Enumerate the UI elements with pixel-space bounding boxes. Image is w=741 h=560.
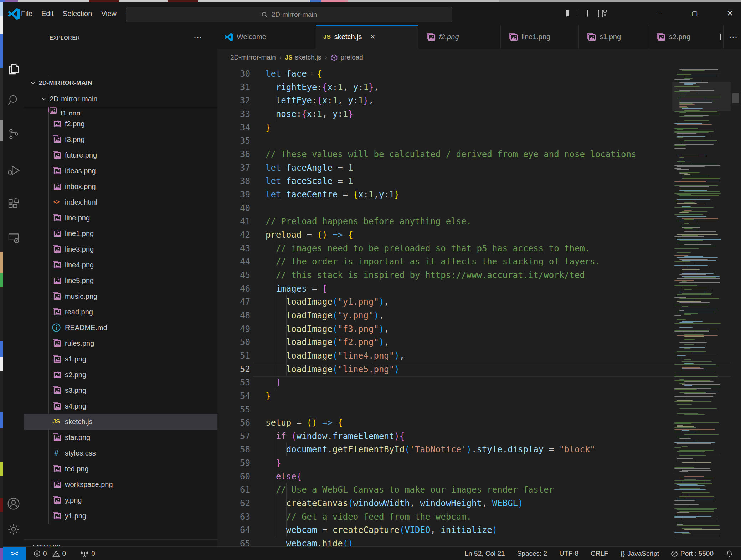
maximize-button[interactable]: ▢	[684, 2, 706, 25]
command-center-search[interactable]: 2D-mirror-main	[126, 7, 452, 22]
editor-more-actions-icon[interactable]: ⋯	[729, 32, 738, 42]
activitybar-live-preview[interactable]	[3, 225, 24, 250]
code-line-54[interactable]: 54}	[217, 389, 741, 403]
toggle-sidebar-icon[interactable]	[566, 10, 567, 17]
problems-status[interactable]: 0 0	[34, 550, 66, 558]
encoding-status[interactable]: UTF-8	[559, 550, 578, 558]
code-line-36[interactable]: 36// These values will be calculated / d…	[217, 148, 741, 161]
tab-f2-png[interactable]: f2.png	[418, 25, 501, 49]
file-item-line5.png[interactable]: line5.png	[24, 273, 217, 288]
minimize-button[interactable]: –	[648, 2, 670, 25]
code-line-45[interactable]: 45 // this stack is inspired by https://…	[217, 268, 741, 282]
indentation-status[interactable]: Spaces: 2	[517, 550, 547, 558]
file-item-line1.png[interactable]: line1.png	[24, 226, 217, 241]
code-line-40[interactable]: 40	[217, 201, 741, 215]
file-item-s3.png[interactable]: s3.png	[24, 382, 217, 398]
vertical-scrollbar[interactable]	[732, 93, 739, 103]
file-item-star.png[interactable]: star.png	[24, 430, 217, 445]
tab-s2-png[interactable]: s2.png	[648, 25, 724, 49]
file-item-s2.png[interactable]: s2.png	[24, 367, 217, 382]
language-status[interactable]: {} JavaScript	[621, 550, 659, 558]
tab-Welcome[interactable]: Welcome	[217, 25, 316, 49]
code-line-44[interactable]: 44 // the order is important as it affec…	[217, 255, 741, 268]
file-item-index.html[interactable]: <>index.html	[24, 194, 217, 210]
file-item-ted.png[interactable]: ted.png	[24, 461, 217, 477]
file-item-y.png[interactable]: y.png	[24, 492, 217, 508]
activitybar-settings[interactable]	[3, 517, 24, 542]
breadcrumb-item-sketch-js[interactable]: JSsketch.js	[285, 53, 321, 61]
code-line-58[interactable]: 58 document.getElementById('TabNotice').…	[217, 443, 741, 456]
breadcrumb-item-2D-mirror-main[interactable]: 2D-mirror-main	[230, 53, 276, 61]
code-line-60[interactable]: 60 else{	[217, 470, 741, 483]
close-button[interactable]: ✕	[719, 2, 741, 25]
split-editor-icon[interactable]	[720, 34, 721, 40]
file-item-inbox.png[interactable]: inbox.png	[24, 179, 217, 194]
breadcrumb-item-preload[interactable]: preload	[330, 53, 363, 61]
code-line-64[interactable]: 64 webcam = createCapture(VIDEO, initial…	[217, 523, 741, 537]
code-line-31[interactable]: 31 rightEye:{x:1, y:1},	[217, 81, 741, 94]
activitybar-extensions[interactable]	[3, 192, 24, 217]
code-line-52[interactable]: 52 loadImage("line5.png")	[217, 363, 741, 376]
file-item-rules.png[interactable]: rules.png	[24, 335, 217, 351]
minimap[interactable]	[672, 66, 731, 546]
code-line-51[interactable]: 51 loadImage("line4.png"),	[217, 349, 741, 363]
code-editor[interactable]: 30let face= {31 rightEye:{x:1, y:1},32 l…	[217, 66, 741, 546]
code-line-41[interactable]: 41// Preload happens before anything els…	[217, 215, 741, 228]
file-item-read.png[interactable]: read.png	[24, 304, 217, 320]
file-item-s4.png[interactable]: s4.png	[24, 398, 217, 414]
line-col-status[interactable]: Ln 52, Col 21	[465, 550, 505, 558]
menu-edit[interactable]: Edit	[37, 2, 58, 25]
ports-status[interactable]: 0	[80, 550, 95, 558]
file-item-line.png[interactable]: line.png	[24, 210, 217, 226]
code-line-47[interactable]: 47 loadImage("y1.png"),	[217, 295, 741, 309]
file-item-f2.png[interactable]: f2.png	[24, 116, 217, 132]
code-line-49[interactable]: 49 loadImage("f3.png"),	[217, 322, 741, 336]
close-tab-icon[interactable]: ✕	[370, 33, 376, 41]
code-line-38[interactable]: 38let faceScale = 1	[217, 174, 741, 188]
file-item-f3.png[interactable]: f3.png	[24, 132, 217, 147]
file-item-line4.png[interactable]: line4.png	[24, 257, 217, 273]
code-line-33[interactable]: 33 nose:{x:1, y:1}	[217, 107, 741, 121]
code-line-56[interactable]: 56setup = () => {	[217, 416, 741, 430]
toggle-secondary-sidebar-icon[interactable]	[587, 10, 588, 17]
activitybar-accounts[interactable]	[3, 491, 24, 516]
activitybar-run-and-debug[interactable]	[3, 158, 24, 183]
toggle-panel-icon[interactable]	[577, 10, 577, 17]
file-item-line3.png[interactable]: line3.png	[24, 241, 217, 257]
activitybar-source-control[interactable]	[3, 122, 24, 147]
file-item-future.png[interactable]: future.png	[24, 147, 217, 163]
file-item-s1.png[interactable]: s1.png	[24, 351, 217, 367]
menu-view[interactable]: View	[97, 2, 121, 25]
code-line-37[interactable]: 37let faceAngle = 1	[217, 161, 741, 175]
notifications-bell-icon[interactable]	[726, 550, 733, 558]
code-line-43[interactable]: 43 // images need to be preloaded so tha…	[217, 242, 741, 255]
code-line-35[interactable]: 35	[217, 134, 741, 148]
code-line-53[interactable]: 53 ]	[217, 376, 741, 389]
code-line-42[interactable]: 42preload = () => {	[217, 228, 741, 242]
port-status[interactable]: Port : 5500	[671, 550, 714, 558]
code-line-34[interactable]: 34}	[217, 121, 741, 134]
tab-s1-png[interactable]: s1.png	[579, 25, 648, 49]
file-item-y1.png[interactable]: y1.png	[24, 508, 217, 524]
activitybar-search[interactable]	[3, 88, 24, 113]
tab-sketch-js[interactable]: JSsketch.js✕	[316, 25, 418, 49]
file-item-ideas.png[interactable]: ideas.png	[24, 163, 217, 179]
code-line-55[interactable]: 55	[217, 403, 741, 416]
code-line-39[interactable]: 39let faceCentre = {x:1,y:1}	[217, 188, 741, 201]
code-line-61[interactable]: 61 // Use a WebGL Canvas to make our ima…	[217, 483, 741, 497]
code-line-57[interactable]: 57 if (window.frameElement){	[217, 430, 741, 443]
code-line-62[interactable]: 62 createCanvas(windowWidth, windowHeigh…	[217, 497, 741, 510]
code-line-48[interactable]: 48 loadImage("y.png"),	[217, 309, 741, 322]
tree-root-workspace[interactable]: 2D-MIRROR-MAIN	[24, 75, 217, 91]
remote-indicator[interactable]: ><	[3, 547, 26, 560]
eol-status[interactable]: CRLF	[591, 550, 608, 558]
sidebar-section-outline[interactable]: OUTLINE	[24, 539, 217, 546]
code-line-63[interactable]: 63 // Get a video feed from the webcam.	[217, 510, 741, 524]
code-line-50[interactable]: 50 loadImage("f2.png"),	[217, 335, 741, 349]
tab-line1-png[interactable]: line1.png	[501, 25, 579, 49]
file-item-workspace.png[interactable]: workspace.png	[24, 477, 217, 492]
code-line-32[interactable]: 32 leftEye:{x:1, y:1},	[217, 94, 741, 107]
menu-selection[interactable]: Selection	[58, 2, 97, 25]
customize-layout-icon[interactable]	[598, 10, 607, 17]
code-line-46[interactable]: 46 images = [	[217, 282, 741, 296]
